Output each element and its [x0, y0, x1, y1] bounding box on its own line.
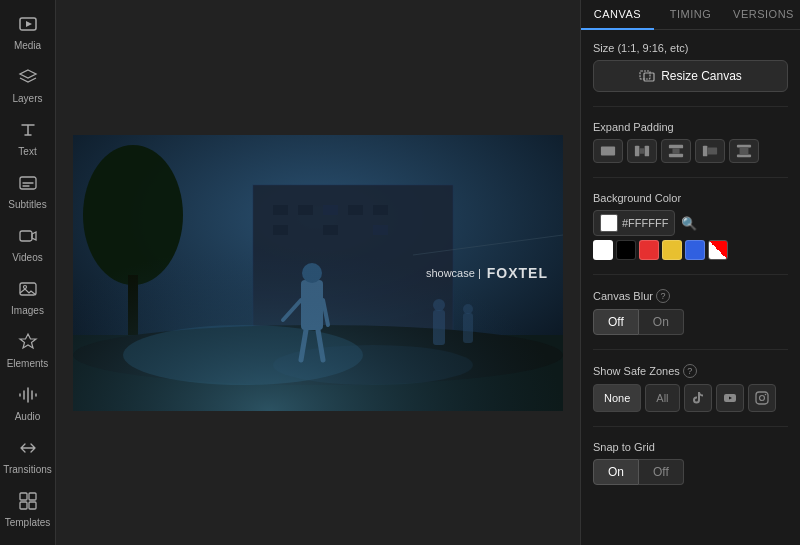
color-swatch [600, 214, 618, 232]
svg-rect-6 [29, 493, 36, 500]
svg-rect-7 [20, 502, 27, 509]
size-section: Size (1:1, 9:16, etc) Resize Canvas [593, 42, 788, 107]
sidebar-item-label: Subtitles [8, 199, 46, 210]
tab-timing[interactable]: TIMING [654, 0, 727, 29]
canvas-blur-section: Canvas Blur ? Off On [593, 289, 788, 350]
elements-icon [18, 332, 38, 355]
padding-vertical-button[interactable] [627, 139, 657, 163]
videos-icon [18, 226, 38, 249]
svg-rect-45 [639, 148, 644, 153]
svg-point-57 [764, 394, 766, 396]
panel-tabs: CANVAS TIMING VERSIONS [581, 0, 800, 30]
text-icon [18, 120, 38, 143]
eyedropper-button[interactable]: 🔍 [681, 216, 697, 231]
size-label: Size (1:1, 9:16, etc) [593, 42, 788, 54]
svg-rect-41 [644, 73, 654, 81]
svg-rect-8 [29, 502, 36, 509]
svg-rect-46 [669, 145, 683, 149]
expand-padding-label: Expand Padding [593, 121, 788, 133]
sidebar-item-label: Images [11, 305, 44, 316]
sidebar: Media Layers Text Subtitles [0, 0, 56, 545]
svg-rect-43 [635, 146, 639, 157]
svg-rect-2 [20, 231, 32, 241]
svg-rect-42 [601, 147, 615, 156]
sidebar-item-label: Videos [12, 252, 42, 263]
svg-rect-55 [756, 392, 768, 404]
svg-rect-44 [645, 146, 649, 157]
color-row: #FFFFFF 🔍 [593, 210, 788, 236]
safe-zones-help-icon[interactable]: ? [683, 364, 697, 378]
sidebar-item-plugins[interactable]: Plugins [3, 538, 53, 545]
swatch-blue[interactable] [685, 240, 705, 260]
sidebar-item-label: Layers [12, 93, 42, 104]
snap-to-grid-on-button[interactable]: On [593, 459, 639, 485]
canvas-preview: showcase | FOXTEL [73, 135, 563, 411]
images-icon [18, 279, 38, 302]
svg-rect-48 [672, 148, 679, 153]
subtitles-icon [18, 173, 38, 196]
panel-content: Size (1:1, 9:16, etc) Resize Canvas Expa… [581, 30, 800, 511]
svg-rect-50 [707, 147, 717, 154]
tab-canvas[interactable]: CANVAS [581, 0, 654, 30]
safe-zone-all-button[interactable]: All [645, 384, 679, 412]
safe-zones-row: None All [593, 384, 788, 412]
resize-icon [639, 68, 655, 84]
canvas-blur-on-button[interactable]: On [639, 309, 684, 335]
sidebar-item-text[interactable]: Text [3, 114, 53, 163]
bg-color-label: Background Color [593, 192, 788, 204]
snap-to-grid-section: Snap to Grid On Off [593, 441, 788, 499]
color-swatches [593, 240, 788, 260]
svg-point-56 [759, 396, 764, 401]
sidebar-item-images[interactable]: Images [3, 273, 53, 322]
color-preview-button[interactable]: #FFFFFF [593, 210, 675, 236]
safe-zone-youtube-button[interactable] [716, 384, 744, 412]
svg-rect-53 [740, 147, 749, 154]
tab-versions[interactable]: VERSIONS [727, 0, 800, 29]
sidebar-item-label: Media [14, 40, 41, 51]
canvas-overlay-logo: showcase | FOXTEL [426, 265, 548, 281]
showcase-text: showcase | [426, 267, 481, 279]
sidebar-item-label: Audio [15, 411, 41, 422]
padding-horizontal-button[interactable] [661, 139, 691, 163]
templates-icon [18, 491, 38, 514]
safe-zone-none-button[interactable]: None [593, 384, 641, 412]
foxtel-text: FOXTEL [487, 265, 548, 281]
resize-canvas-button[interactable]: Resize Canvas [593, 60, 788, 92]
snap-to-grid-label: Snap to Grid [593, 441, 788, 453]
sidebar-item-subtitles[interactable]: Subtitles [3, 167, 53, 216]
safe-zones-section: Show Safe Zones ? None All [593, 364, 788, 427]
sidebar-item-transitions[interactable]: Transitions [3, 432, 53, 481]
safe-zones-label: Show Safe Zones [593, 365, 680, 377]
expand-padding-section: Expand Padding [593, 121, 788, 178]
sidebar-item-label: Transitions [3, 464, 52, 475]
swatch-white[interactable] [593, 240, 613, 260]
snap-to-grid-off-button[interactable]: Off [639, 459, 684, 485]
canvas-blur-help-icon[interactable]: ? [656, 289, 670, 303]
sidebar-item-layers[interactable]: Layers [3, 61, 53, 110]
sidebar-item-templates[interactable]: Templates [3, 485, 53, 534]
padding-left-button[interactable] [695, 139, 725, 163]
padding-wide-button[interactable] [729, 139, 759, 163]
media-icon [18, 14, 38, 37]
svg-rect-40 [640, 71, 650, 79]
right-panel: CANVAS TIMING VERSIONS Size (1:1, 9:16, … [580, 0, 800, 545]
swatch-yellow[interactable] [662, 240, 682, 260]
sidebar-item-elements[interactable]: Elements [3, 326, 53, 375]
sidebar-item-videos[interactable]: Videos [3, 220, 53, 269]
canvas-blur-off-button[interactable]: Off [593, 309, 639, 335]
resize-canvas-label: Resize Canvas [661, 69, 742, 83]
svg-point-4 [23, 286, 26, 289]
swatch-transparent[interactable] [708, 240, 728, 260]
swatch-red[interactable] [639, 240, 659, 260]
transitions-icon [18, 438, 38, 461]
sidebar-item-media[interactable]: Media [3, 8, 53, 57]
sidebar-item-label: Text [18, 146, 36, 157]
swatch-black[interactable] [616, 240, 636, 260]
svg-rect-52 [737, 155, 751, 158]
safe-zone-tiktok-button[interactable] [684, 384, 712, 412]
safe-zone-instagram-button[interactable] [748, 384, 776, 412]
sidebar-item-audio[interactable]: Audio [3, 379, 53, 428]
svg-rect-49 [703, 146, 707, 157]
padding-fill-button[interactable] [593, 139, 623, 163]
background-color-section: Background Color #FFFFFF 🔍 [593, 192, 788, 275]
